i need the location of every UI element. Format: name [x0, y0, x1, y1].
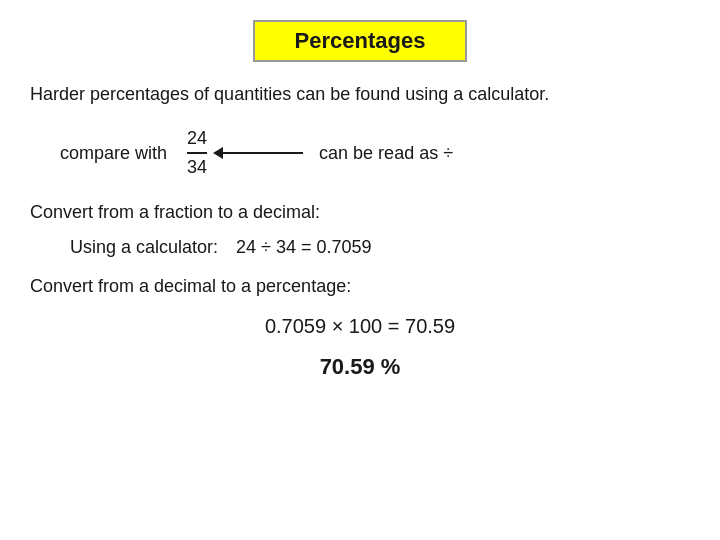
- can-be-read-text: can be read as ÷: [319, 143, 453, 164]
- calc-value: 24 ÷ 34 = 0.7059: [236, 237, 372, 258]
- formula-text: 0.7059 × 100 = 70.59: [265, 315, 455, 338]
- formula-row: 0.7059 × 100 = 70.59: [30, 315, 690, 338]
- arrow-container: [223, 152, 303, 154]
- intro-text: Harder percentages of quantities can be …: [30, 84, 549, 105]
- result-text: 70.59 %: [320, 354, 401, 380]
- result-row: 70.59 %: [30, 354, 690, 380]
- page: Percentages Harder percentages of quanti…: [0, 0, 720, 540]
- fraction-arrow-group: 24 34 can be read as ÷: [187, 127, 453, 180]
- calc-label: Using a calculator:: [70, 237, 218, 258]
- compare-row: compare with 24 34 can be read as ÷: [30, 127, 453, 180]
- calculator-row: Using a calculator: 24 ÷ 34 = 0.7059: [30, 237, 372, 258]
- page-title: Percentages: [253, 20, 468, 62]
- left-arrow: [223, 152, 303, 154]
- fraction: 24 34: [187, 127, 207, 180]
- section1-heading: Convert from a fraction to a decimal:: [30, 202, 320, 223]
- fraction-numerator: 24: [187, 127, 207, 154]
- section2-heading: Convert from a decimal to a percentage:: [30, 276, 351, 297]
- title-bar: Percentages: [30, 20, 690, 62]
- compare-label: compare with: [60, 143, 167, 164]
- fraction-denominator: 34: [187, 154, 207, 179]
